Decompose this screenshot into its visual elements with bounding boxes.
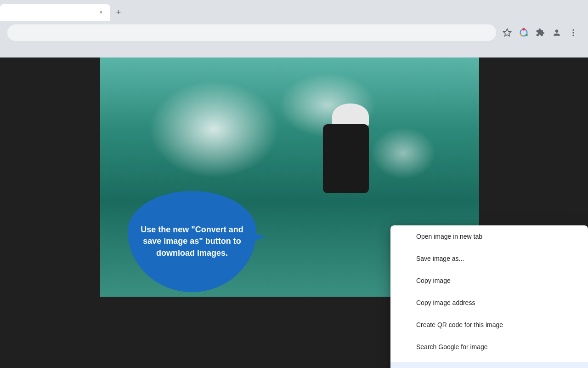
kayaker-figure: [305, 104, 396, 242]
omnibox-bar: [0, 21, 588, 45]
toolbar-icons: [500, 25, 581, 40]
speech-bubble-text: Use the new "Convert and save image as" …: [137, 224, 247, 259]
create-qr-label: Create QR code for this image: [416, 321, 579, 328]
browser-chrome: × +: [0, 0, 588, 58]
menu-icon[interactable]: [566, 25, 581, 40]
svg-point-5: [572, 29, 574, 31]
context-menu-copy-image-address[interactable]: Copy image address: [390, 292, 588, 314]
omnibox-input[interactable]: [15, 29, 489, 36]
copy-image-label: Copy image: [416, 277, 579, 284]
save-image-label: Save image as...: [416, 255, 579, 262]
context-menu: Open image in new tab Save image as... C…: [390, 225, 588, 368]
context-menu-copy-image[interactable]: Copy image: [390, 270, 588, 292]
svg-point-2: [522, 28, 525, 30]
tab-bar: × +: [0, 0, 588, 21]
copy-image-address-label: Copy image address: [416, 299, 579, 306]
bookmark-icon[interactable]: [500, 25, 514, 40]
svg-point-3: [526, 34, 528, 36]
svg-point-6: [572, 32, 574, 33]
svg-marker-0: [503, 29, 511, 36]
save-image-icon: [400, 253, 411, 264]
active-tab[interactable]: ×: [0, 4, 110, 21]
profile-icon[interactable]: [549, 25, 564, 40]
context-menu-open-new-tab[interactable]: Open image in new tab: [390, 225, 588, 247]
new-tab-button[interactable]: +: [112, 6, 125, 19]
context-menu-create-qr[interactable]: Create QR code for this image: [390, 314, 588, 336]
create-qr-icon: [400, 319, 411, 330]
svg-point-7: [572, 34, 574, 36]
open-new-tab-label: Open image in new tab: [416, 233, 579, 240]
orbit-extension-icon[interactable]: [516, 25, 531, 40]
body-suit: [323, 124, 369, 193]
context-menu-search-google[interactable]: Search Google for image: [390, 336, 588, 358]
omnibox[interactable]: [7, 24, 496, 41]
search-google-label: Search Google for image: [416, 343, 579, 351]
context-menu-convert-save[interactable]: Convert and save image as: [390, 362, 588, 368]
copy-image-address-icon: [400, 297, 411, 308]
context-menu-divider: [390, 360, 588, 360]
open-new-tab-icon: [400, 231, 411, 242]
context-menu-save-image[interactable]: Save image as...: [390, 247, 588, 270]
svg-point-4: [520, 34, 522, 36]
copy-image-icon: [400, 275, 411, 286]
extensions-icon[interactable]: [533, 25, 548, 40]
browser-content: Use the new "Convert and save image as" …: [0, 58, 588, 368]
tab-close-button[interactable]: ×: [97, 9, 105, 16]
search-google-icon: [400, 341, 411, 352]
